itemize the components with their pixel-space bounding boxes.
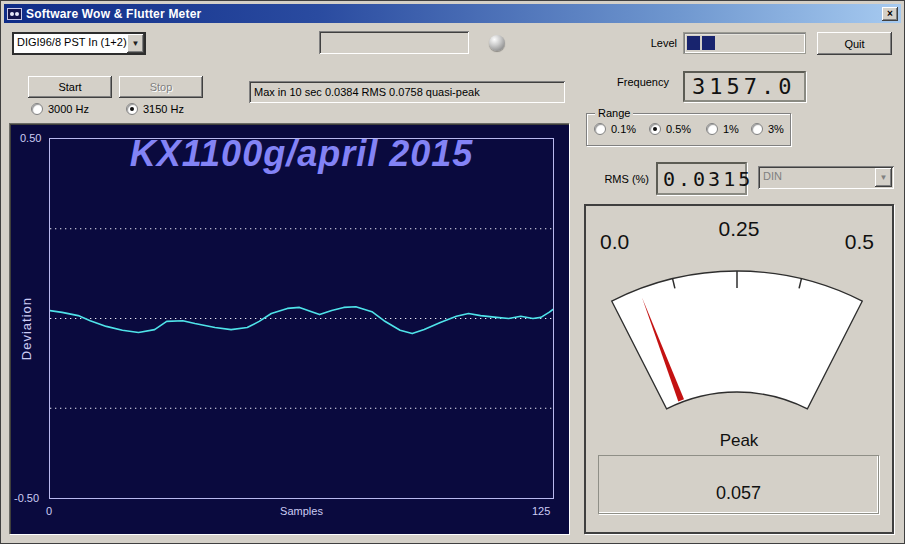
radio-icon[interactable]: [649, 123, 661, 135]
quit-button[interactable]: Quit: [817, 32, 892, 55]
level-segment: [702, 36, 715, 50]
radio-range-0.5[interactable]: 0.5%: [649, 123, 691, 135]
radio-range-0.1[interactable]: 0.1%: [594, 123, 636, 135]
peak-gauge-panel: 0.0 0.25 0.5 Peak 0.057: [584, 204, 894, 534]
level-meter: [683, 32, 806, 54]
weighting-combobox[interactable]: DIN ▼: [758, 166, 894, 189]
frequency-label: Frequency: [599, 76, 669, 88]
radio-range-0.1-label: 0.1%: [611, 123, 636, 135]
peak-value: 0.057: [716, 483, 761, 513]
radio-3150hz-label: 3150 Hz: [143, 103, 184, 115]
start-button[interactable]: Start: [28, 76, 112, 98]
x-axis-title: Samples: [49, 505, 554, 517]
radio-icon[interactable]: [706, 123, 718, 135]
radio-icon[interactable]: [31, 103, 43, 115]
chevron-down-icon[interactable]: ▼: [127, 34, 144, 53]
radio-icon[interactable]: [126, 103, 138, 115]
stop-button[interactable]: Stop: [119, 76, 203, 98]
level-label: Level: [611, 37, 677, 49]
input-device-value: DIGI96/8 PST In (1+2)(: [14, 34, 127, 53]
chevron-down-icon[interactable]: ▼: [875, 168, 892, 187]
status-led-icon: [489, 35, 505, 51]
radio-icon[interactable]: [594, 123, 606, 135]
radio-range-3[interactable]: 3%: [751, 123, 784, 135]
y-tick-max: 0.50: [20, 132, 41, 144]
radio-3000hz-label: 3000 Hz: [48, 103, 89, 115]
peak-label: Peak: [586, 431, 892, 451]
comment-field-value: [319, 31, 327, 51]
frequency-display: 3157.0: [683, 71, 806, 102]
title-bar[interactable]: Software Wow & Flutter Meter ×: [4, 4, 901, 23]
close-button[interactable]: ×: [882, 7, 898, 21]
deviation-chart: Deviation 0.50 -0.50 KX1100g/april 2015 …: [9, 123, 569, 534]
weighting-value: DIN: [758, 166, 873, 189]
window-title: Software Wow & Flutter Meter: [26, 7, 201, 21]
rms-label: RMS (%): [589, 173, 649, 185]
radio-range-1-label: 1%: [723, 123, 739, 135]
rms-display: 0.0315: [656, 162, 747, 195]
radio-range-1[interactable]: 1%: [706, 123, 739, 135]
radio-range-3-label: 3%: [768, 123, 784, 135]
comment-field[interactable]: [319, 31, 469, 54]
y-axis-title: Deviation: [19, 123, 34, 534]
app-icon: [7, 8, 22, 20]
radio-icon[interactable]: [751, 123, 763, 135]
range-group-label: Range: [595, 107, 633, 119]
radio-3000hz[interactable]: 3000 Hz: [31, 103, 89, 115]
status-text: Max in 10 sec 0.0384 RMS 0.0758 quasi-pe…: [249, 86, 480, 98]
radio-3150hz[interactable]: 3150 Hz: [126, 103, 184, 115]
status-box: Max in 10 sec 0.0384 RMS 0.0758 quasi-pe…: [249, 81, 565, 103]
x-tick-125: 125: [532, 505, 550, 517]
peak-value-box: 0.057: [598, 455, 879, 514]
waveform-plot: [50, 139, 553, 498]
input-device-combobox[interactable]: DIGI96/8 PST In (1+2)( ▼: [12, 32, 146, 55]
app-window: Software Wow & Flutter Meter × DIGI96/8 …: [0, 0, 905, 544]
y-tick-min: -0.50: [14, 492, 39, 504]
radio-range-0.5-label: 0.5%: [666, 123, 691, 135]
level-segment: [687, 36, 700, 50]
plot-area: [49, 138, 554, 499]
